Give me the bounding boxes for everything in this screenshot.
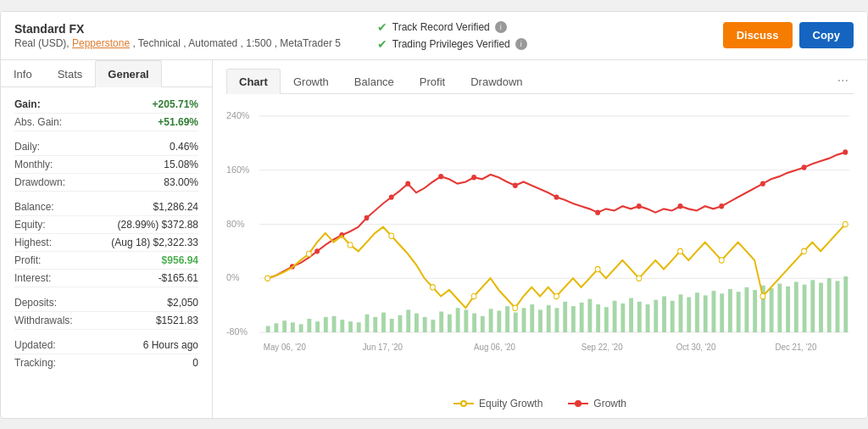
- svg-rect-39: [547, 305, 551, 332]
- svg-rect-60: [720, 293, 724, 332]
- interest-row: Interest: -$165.61: [14, 270, 198, 287]
- svg-rect-52: [654, 299, 658, 332]
- svg-point-95: [306, 251, 311, 256]
- balance-label: Balance:: [14, 201, 54, 213]
- profit-row: Profit: $956.94: [14, 252, 198, 270]
- chart-tab-growth[interactable]: Growth: [281, 69, 342, 94]
- spacer1: [14, 131, 198, 138]
- svg-rect-31: [481, 315, 485, 332]
- svg-point-85: [513, 182, 518, 187]
- svg-rect-73: [827, 278, 832, 332]
- svg-rect-25: [431, 320, 435, 332]
- svg-point-90: [719, 203, 724, 209]
- discuss-button[interactable]: Discuss: [723, 22, 793, 48]
- profit-label: Profit:: [14, 254, 41, 266]
- svg-point-84: [471, 175, 476, 180]
- spacer3: [14, 287, 198, 294]
- y-label-0: 0%: [226, 271, 239, 282]
- svg-rect-55: [679, 294, 683, 332]
- svg-rect-9: [299, 324, 303, 332]
- svg-rect-24: [423, 316, 427, 332]
- updated-label: Updated:: [14, 339, 56, 351]
- trading-privileges-verified: ✔ Trading Privileges Verified i: [377, 37, 723, 51]
- svg-rect-44: [587, 298, 592, 332]
- svg-point-89: [678, 203, 683, 209]
- right-panel: Chart Growth Balance Profit Drawdown ···…: [213, 60, 867, 418]
- svg-rect-6: [274, 323, 278, 332]
- svg-point-97: [389, 233, 394, 238]
- profit-value: $956.94: [162, 254, 198, 266]
- info-icon-track[interactable]: i: [495, 21, 507, 33]
- chart-legend: Equity Growth Growth: [226, 398, 854, 410]
- chart-tab-profit[interactable]: Profit: [407, 69, 458, 94]
- svg-rect-67: [777, 283, 782, 332]
- main-content: Info Stats General Gain: +205.71% Abs. G…: [1, 60, 867, 418]
- info-icon-privileges[interactable]: i: [515, 38, 527, 50]
- svg-rect-45: [596, 304, 600, 332]
- gain-value: +205.71%: [153, 98, 198, 110]
- withdrawals-label: Withdrawals:: [14, 315, 73, 326]
- svg-rect-58: [704, 295, 708, 332]
- tab-general[interactable]: General: [95, 60, 161, 87]
- daily-row: Daily: 0.46%: [14, 138, 198, 156]
- chart-tab-balance[interactable]: Balance: [342, 69, 407, 94]
- svg-rect-66: [770, 287, 774, 332]
- svg-point-103: [637, 276, 642, 281]
- svg-rect-18: [373, 316, 377, 332]
- svg-rect-48: [620, 303, 625, 332]
- svg-rect-75: [843, 276, 848, 332]
- svg-rect-69: [794, 281, 798, 332]
- svg-rect-63: [744, 287, 748, 332]
- equity-row: Equity: (28.99%) $372.88: [14, 216, 198, 234]
- svg-rect-36: [522, 308, 526, 332]
- drawdown-row: Drawdown: 83.00%: [14, 174, 198, 192]
- svg-point-92: [802, 164, 807, 170]
- copy-button[interactable]: Copy: [799, 22, 854, 48]
- svg-rect-22: [406, 309, 410, 332]
- header-actions: Discuss Copy: [723, 22, 854, 48]
- chart-tabs: Chart Growth Balance Profit Drawdown ···: [226, 69, 854, 94]
- updated-value: 6 Hours ago: [143, 339, 198, 351]
- track-record-verified: ✔ Track Record Verified i: [377, 20, 723, 34]
- deposits-label: Deposits:: [14, 297, 57, 309]
- chart-more-button[interactable]: ···: [832, 73, 854, 88]
- svg-rect-72: [819, 282, 823, 332]
- svg-rect-38: [538, 309, 542, 332]
- chart-svg: 240% 160% 80% 0% -80% May 06, '20 Jun 17…: [226, 103, 854, 391]
- svg-rect-23: [415, 313, 419, 332]
- svg-rect-17: [365, 314, 370, 332]
- tracking-row: Tracking: 0: [14, 354, 198, 371]
- left-tabs: Info Stats General: [1, 60, 212, 87]
- pepperstone-link[interactable]: Pepperstone: [72, 37, 130, 49]
- svg-rect-28: [456, 308, 460, 332]
- spacer2: [14, 192, 198, 198]
- tab-stats[interactable]: Stats: [45, 60, 96, 87]
- chart-tab-chart[interactable]: Chart: [226, 69, 281, 94]
- svg-rect-13: [332, 315, 337, 332]
- tracking-value: 0: [192, 357, 198, 369]
- tab-info[interactable]: Info: [1, 60, 45, 87]
- balance-row: Balance: $1,286.24: [14, 198, 198, 216]
- header-info: Standard FX Real (USD), Pepperstone , Te…: [14, 22, 360, 49]
- svg-rect-26: [439, 311, 443, 332]
- svg-rect-62: [737, 292, 741, 332]
- svg-rect-56: [687, 297, 691, 332]
- daily-value: 0.46%: [170, 141, 198, 153]
- svg-rect-46: [604, 307, 609, 332]
- svg-rect-71: [810, 280, 815, 332]
- chart-area: 240% 160% 80% 0% -80% May 06, '20 Jun 17…: [226, 103, 854, 391]
- svg-rect-42: [571, 306, 576, 332]
- monthly-label: Monthly:: [14, 159, 53, 170]
- chart-tab-drawdown[interactable]: Drawdown: [458, 69, 535, 94]
- svg-rect-50: [637, 301, 642, 332]
- legend-line-equity: [453, 403, 474, 404]
- svg-point-81: [389, 194, 394, 199]
- growth-dots: [265, 149, 848, 281]
- svg-point-91: [760, 181, 765, 186]
- svg-rect-5: [266, 326, 270, 332]
- svg-point-82: [405, 181, 410, 186]
- svg-rect-30: [472, 313, 476, 332]
- svg-point-106: [760, 293, 765, 298]
- stats-table: Gain: +205.71% Abs. Gain: +51.69% Daily:…: [1, 87, 212, 380]
- highest-value: (Aug 18) $2,322.33: [111, 237, 198, 248]
